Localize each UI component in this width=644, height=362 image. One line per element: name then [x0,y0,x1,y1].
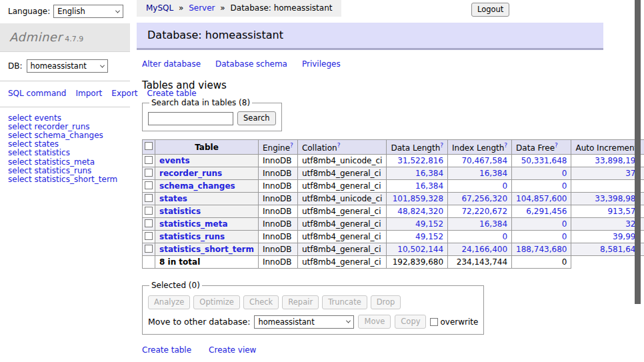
overwrite-checkbox[interactable] [430,318,438,326]
column-help-link[interactable]: ? [337,142,341,149]
table-name-cell: statistics_meta [155,218,259,231]
data-free-cell: 104,857,600 [512,193,571,205]
search-button[interactable]: Search [237,111,276,125]
index-length-cell: 24,166,400 [448,243,512,256]
data-free-cell: 0 [512,167,571,180]
overwrite-option[interactable]: overwrite [430,317,478,327]
collation-cell: utf8mb4_general_ci [297,180,387,193]
database-nav-link[interactable]: Privileges [302,59,341,69]
empty-cell [571,256,644,269]
table-name-link[interactable]: statistics_runs [159,232,225,241]
row-checkbox[interactable] [145,219,153,227]
row-select-cell [143,231,155,243]
index-length-cell: 72,220,672 [448,205,512,218]
sidebar-actions: SQL commandImportExportCreate table [0,81,130,107]
engine-cell: InnoDB [258,256,297,269]
create-link[interactable]: Create table [142,345,191,355]
move-db-select[interactable]: homeassistant [254,315,354,329]
column-help-link[interactable]: ? [440,142,443,149]
table-name-link[interactable]: statistics [159,207,201,216]
row-checkbox[interactable] [145,194,153,202]
optimize-button[interactable]: Optimize [193,295,240,309]
chevron-down-icon [99,63,104,67]
column-header: Data Length? [387,140,448,155]
column-header: Auto Increment? [571,140,644,155]
column-header-label: Auto Increment [575,143,637,153]
sidebar-select-link[interactable]: select events [8,114,123,123]
index-length-cell: 67,256,320 [448,193,512,205]
column-help-link[interactable]: ? [555,142,558,149]
move-db-value: homeassistant [258,317,314,327]
truncate-button[interactable]: Truncate [322,295,367,309]
sidebar-select-link[interactable]: select statistics_short_term [8,175,123,184]
table-name-cell: events [155,155,259,167]
selected-buttons-row: AnalyzeOptimizeCheckRepairTruncateDrop [148,295,478,309]
table-row: statisticsInnoDButf8mb4_general_ci48,824… [143,205,644,218]
select-all-checkbox[interactable] [145,142,153,150]
engine-cell: InnoDB [258,155,297,167]
row-checkbox[interactable] [145,245,153,253]
data-length-cell: 16,384 [387,167,448,180]
column-help-link[interactable]: ? [290,142,293,149]
breadcrumb-link[interactable]: MySQL [146,3,173,13]
table-name-link[interactable]: recorder_runs [159,169,222,178]
engine-cell: InnoDB [258,243,297,256]
data-free-cell: 0 [512,218,571,231]
row-checkbox[interactable] [145,181,153,189]
sidebar-action-link[interactable]: Import [75,89,102,98]
db-select[interactable]: homeassistant [27,59,108,73]
sidebar-action-link[interactable]: SQL command [8,89,66,98]
data-free-cell: 50,331,648 [512,155,571,167]
repair-button[interactable]: Repair [282,295,319,309]
collation-cell: utf8mb4_general_ci [297,231,387,243]
move-button[interactable]: Move [358,315,391,329]
column-help-link[interactable]: ? [504,142,507,149]
table-name-link[interactable]: states [159,194,187,203]
copy-button[interactable]: Copy [395,315,426,329]
analyze-button[interactable]: Analyze [148,295,190,309]
row-checkbox[interactable] [145,232,153,240]
search-fieldset: Search data in tables (8) Search [142,98,282,131]
index-length-cell: 0 [448,231,512,243]
sidebar-action-link[interactable]: Export [111,89,137,98]
search-input[interactable] [148,112,233,125]
create-link[interactable]: Create view [209,345,256,355]
row-checkbox[interactable] [145,156,153,164]
auto-increment-cell: 39,999 [571,231,644,243]
table-name-link[interactable]: statistics_short_term [159,245,254,254]
row-checkbox[interactable] [145,207,153,215]
table-name-link[interactable]: events [159,156,190,165]
table-row: recorder_runsInnoDButf8mb4_general_ci16,… [143,167,644,180]
engine-cell: InnoDB [258,180,297,193]
main-content: MySQL » Server » Database: homeassistant… [137,0,603,362]
language-select[interactable]: English [53,5,123,18]
sidebar-select-link[interactable]: select statistics_meta [8,158,123,167]
breadcrumb-link[interactable]: Server [189,3,215,13]
tables-heading: Tables and views [142,79,603,91]
check-button[interactable]: Check [243,295,279,309]
create-links-row: Create tableCreate view [142,345,603,355]
collation-cell: utf8mb4_general_ci [297,256,387,269]
app-name: Adminer [9,30,62,44]
breadcrumb: MySQL » Server » Database: homeassistant [137,0,341,17]
database-nav-link[interactable]: Database schema [215,59,287,69]
row-select-cell [143,155,155,167]
table-name-link[interactable]: schema_changes [159,181,235,191]
data-free-cell: 188,743,680 [512,243,571,256]
drop-button[interactable]: Drop [371,295,401,309]
row-select-cell [143,218,155,231]
chevron-down-icon [115,8,120,13]
total-label-cell: 8 in total [155,256,259,269]
page-title: Database: homeassistant [137,23,603,50]
logout-button[interactable]: Logout [471,3,509,17]
sidebar-select-link[interactable]: select statistics [8,149,123,157]
database-nav-link[interactable]: Alter database [142,59,201,69]
data-free-cell: 0 [512,180,571,193]
row-select-cell [143,243,155,256]
row-select-cell [143,193,155,205]
row-checkbox[interactable] [145,169,153,177]
vertical-scrollbar[interactable] [635,0,641,304]
tables-list: TableEngine?Collation?Data Length?Index … [142,139,644,269]
table-name-link[interactable]: statistics_meta [159,219,228,229]
row-select-cell [143,167,155,180]
